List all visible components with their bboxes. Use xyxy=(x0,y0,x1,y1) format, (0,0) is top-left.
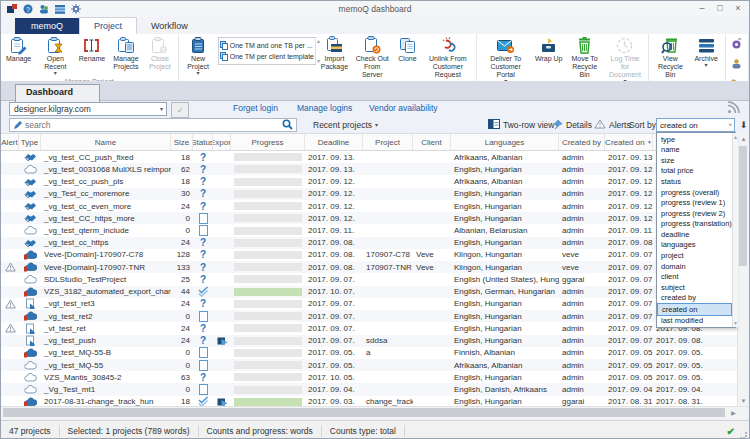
table-row[interactable]: _vg_test_ret202017. 09. 07.English, Hung… xyxy=(1,310,740,322)
table-row[interactable]: _vg_test_cc_https24?2017. 09. 08.English… xyxy=(1,237,740,249)
sort-menu-item[interactable]: languages xyxy=(657,240,732,251)
manage-projects-button[interactable]: Manage Projects xyxy=(108,35,145,72)
open-recent-button[interactable]: Open Recent ▾ xyxy=(34,35,76,77)
table-row[interactable]: _vg_Test_cc_moremore30?2017. 09. 12.Engl… xyxy=(1,188,740,200)
header-progress[interactable]: Progress xyxy=(231,134,305,150)
status-counts-mode[interactable]: Counts and progress: words xyxy=(199,425,322,437)
check-out-from-server-button[interactable]: Check Out From Server xyxy=(351,35,393,80)
sort-menu-item[interactable]: progress (translation) xyxy=(657,219,732,230)
clone-button[interactable]: Clone xyxy=(393,35,421,64)
table-row[interactable]: _vg_test_push24?2017. 09. 07.sddsaEnglis… xyxy=(1,335,740,347)
sort-menu-item[interactable]: deadline xyxy=(657,229,732,240)
scroll-up-icon[interactable]: ▲ xyxy=(738,133,749,144)
table-row[interactable]: Veve-[Domain]-170907-C78128?2017. 09. 08… xyxy=(1,249,740,261)
manage-logins-link[interactable]: Manage logins xyxy=(297,103,352,113)
header-alert[interactable]: Alert xyxy=(1,134,19,150)
maximize-button[interactable]: □ xyxy=(711,1,729,15)
user-icon[interactable] xyxy=(731,55,742,73)
header-deadline[interactable]: Deadline xyxy=(305,134,363,150)
header-languages[interactable]: Languages xyxy=(451,134,559,150)
table-row[interactable]: _vg_test_MQ-5502017. 09. 05.Afrikaans, A… xyxy=(1,359,740,371)
tab-workflow[interactable]: Workflow xyxy=(137,18,202,34)
scroll-down-icon[interactable]: ▼ xyxy=(738,395,749,406)
dropdown-scrollbar[interactable]: ▲▼ xyxy=(732,133,738,327)
scroll-right-icon[interactable]: ▶ xyxy=(728,407,739,418)
vertical-scroll-thumb[interactable] xyxy=(739,146,747,266)
header-project[interactable]: Project xyxy=(363,134,413,150)
table-row[interactable]: _vg_test_cc_even_more24?2017. 09. 12.Eng… xyxy=(1,200,740,212)
table-row[interactable]: _vg_test_MQ-55-B02017. 09. 05.aFinnish, … xyxy=(1,347,740,359)
table-row[interactable]: _vg_test_CC_https_more02017. 09. 12.Engl… xyxy=(1,212,740,224)
sort-menu-item[interactable]: progress (overall) xyxy=(657,187,732,198)
table-row[interactable]: _vg_test_qterm_include02017. 09. 11.Alba… xyxy=(1,224,740,236)
alerts-button[interactable]: Alerts xyxy=(594,118,631,132)
news-feed-icon[interactable] xyxy=(725,100,741,118)
sort-by-select[interactable]: created on ˅ xyxy=(656,118,735,132)
header-created-on[interactable]: Created on ▼ xyxy=(605,134,653,150)
tab-memoq[interactable]: memoQ xyxy=(15,18,79,34)
template-item[interactable]: One TM and one TB per ... xyxy=(220,40,314,51)
move-to-recycle-bin-button[interactable]: Move To Recycle Bin xyxy=(565,35,604,80)
sort-menu-item[interactable]: progress (review 2) xyxy=(657,208,732,219)
collapse-ribbon-icon[interactable]: ⌃ xyxy=(736,37,743,46)
unlink-from-customer-request-button[interactable]: Unlink From Customer Request xyxy=(422,35,475,80)
vertical-scrollbar[interactable]: ▲ ▼ xyxy=(737,133,749,406)
two-row-view-button[interactable]: Two-row view xyxy=(488,118,554,132)
horizontal-scroll-thumb[interactable] xyxy=(3,408,725,417)
template-list[interactable]: One TM and one TB per ... One TM per cli… xyxy=(218,37,316,65)
minimize-button[interactable]: – xyxy=(693,1,711,15)
table-row[interactable]: VZS_3182_automated_export_change_t...442… xyxy=(1,286,740,298)
table-row[interactable]: SDLStudio_TestProject25?2017. 09. 07.Eng… xyxy=(1,273,740,285)
header-size[interactable]: Size xyxy=(171,134,193,150)
new-project-button[interactable]: New Project ▾ xyxy=(181,35,216,77)
status-counts-type[interactable]: Counts type: total xyxy=(322,425,405,437)
search-icon[interactable] xyxy=(282,116,293,134)
sort-menu-item[interactable]: created by xyxy=(657,292,732,303)
sort-menu-item[interactable]: progress (review 1) xyxy=(657,197,732,208)
table-row[interactable]: VZS_Mantis_30845-263?2017. 10. 05.Englis… xyxy=(1,371,740,383)
sort-menu-item[interactable]: domain xyxy=(657,261,732,272)
search-input[interactable] xyxy=(23,119,282,131)
header-created-by[interactable]: Created by xyxy=(559,134,605,150)
view-recycle-bin-button[interactable]: View Recycle Bin xyxy=(651,35,690,80)
sort-menu-item[interactable]: total price xyxy=(657,166,732,177)
sort-menu-item[interactable]: created on xyxy=(657,303,732,316)
sort-menu-item[interactable]: project xyxy=(657,250,732,261)
sort-menu-item[interactable]: size xyxy=(657,155,732,166)
server-connect-button[interactable]: ✓ xyxy=(171,102,189,118)
header-type[interactable]: Type xyxy=(19,134,41,150)
resize-grip[interactable] xyxy=(740,432,747,439)
forget-login-link[interactable]: Forget login xyxy=(233,103,278,113)
server-combobox[interactable]: designer.kilgray.com ▾ xyxy=(9,102,167,116)
table-row[interactable]: _Vg_Test_mt102017. 09. 04.English, Danis… xyxy=(1,383,740,395)
close-button[interactable]: × xyxy=(729,1,747,15)
table-row[interactable]: _vg_test_cc_push_pls18?2017. 09. 12.Afri… xyxy=(1,175,740,187)
table-row[interactable]: Veve-[Domain]-170907-TNR133?2017. 09. 08… xyxy=(1,261,740,273)
table-row[interactable]: _vg_test_0031068 MuliXLS reimport fails6… xyxy=(1,163,740,175)
tab-project[interactable]: Project xyxy=(79,17,137,34)
horizontal-scrollbar[interactable]: ▶ xyxy=(1,406,750,419)
deliver-to-customer-portal-button[interactable]: Deliver To Customer Portal ▾ xyxy=(479,35,532,85)
archive-button[interactable]: Archive ▾ xyxy=(690,35,723,69)
sort-menu-item[interactable]: status xyxy=(657,176,732,187)
wrap-up-button[interactable]: Wrap Up xyxy=(532,35,565,64)
header-name[interactable]: Name xyxy=(41,134,171,150)
sort-menu-item[interactable]: subject xyxy=(657,282,732,293)
sort-direction-button[interactable]: ⬇ xyxy=(738,118,749,132)
manage-button[interactable]: Manage xyxy=(3,35,34,64)
sort-menu-item[interactable]: type xyxy=(657,134,732,145)
table-row[interactable]: _vg_test_CC_push_fixed18?2017. 09. 13.Af… xyxy=(1,151,740,163)
header-export[interactable]: Export xyxy=(213,134,231,150)
import-package-button[interactable]: Import Package xyxy=(318,35,351,72)
sort-menu-item[interactable]: name xyxy=(657,145,732,156)
table-row[interactable]: _vgt_test_ret324?2017. 09. 07.English, H… xyxy=(1,298,740,310)
template-item[interactable]: One TM per client template xyxy=(220,51,314,62)
details-button[interactable]: Details xyxy=(552,118,592,132)
vendor-availability-link[interactable]: Vendor availability xyxy=(369,103,438,113)
rename-button[interactable]: Rename xyxy=(76,35,107,64)
sort-menu-item[interactable]: last modified xyxy=(657,316,732,327)
recent-projects-dropdown[interactable]: Recent projects ▾ xyxy=(313,118,378,132)
header-client[interactable]: Client xyxy=(413,134,451,150)
header-status[interactable]: Status xyxy=(193,134,213,150)
table-row[interactable]: _vt_test_ret24?2017. 09. 07.English, Hun… xyxy=(1,322,740,334)
